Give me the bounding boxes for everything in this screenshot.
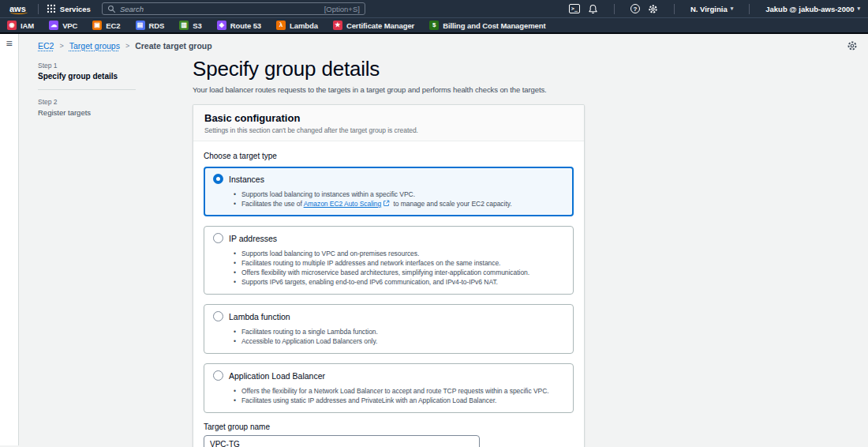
radio-lambda[interactable] xyxy=(213,311,223,321)
side-nav-rail: ≡ xyxy=(0,34,19,445)
favorite-label: VPC xyxy=(62,21,77,30)
bell-icon xyxy=(588,4,598,14)
tile-label: IP addresses xyxy=(229,234,277,243)
app-grid-icon xyxy=(47,4,56,13)
search-shortcut-hint: [Option+S] xyxy=(324,5,360,13)
cloudshell-button[interactable]: >_ xyxy=(569,4,580,14)
favorite-label: S3 xyxy=(193,21,201,30)
favorite-billing[interactable]: $ Billing and Cost Management xyxy=(429,21,545,30)
favorite-route53[interactable]: ◈ Route 53 xyxy=(217,21,261,30)
divider xyxy=(38,4,39,14)
favorite-iam[interactable]: ◉ IAM xyxy=(7,21,34,30)
ec2-icon: ▣ xyxy=(92,21,102,30)
account-label: Jakub @ jakub-aws-2000 xyxy=(765,5,854,13)
ec2-auto-scaling-link[interactable]: Amazon EC2 Auto Scaling xyxy=(304,200,382,208)
account-menu[interactable]: Jakub @ jakub-aws-2000 ▾ xyxy=(765,5,860,13)
gear-icon xyxy=(648,4,658,14)
settings-button[interactable] xyxy=(648,4,658,14)
vpc-icon: ☁ xyxy=(49,21,58,30)
page: EC2 > Target groups > Create target grou… xyxy=(19,34,868,445)
breadcrumb: EC2 > Target groups > Create target grou… xyxy=(19,34,868,54)
external-link-icon xyxy=(383,200,390,207)
iam-icon: ◉ xyxy=(7,21,17,30)
bullet-item: Facilitates routing to a single Lambda f… xyxy=(234,327,564,336)
chevron-down-icon: ▾ xyxy=(857,6,860,12)
lambda-icon: λ xyxy=(276,21,286,30)
breadcrumb-current: Create target group xyxy=(135,41,211,51)
target-group-name-label: Target group name xyxy=(204,423,574,431)
bullet-item: Offers flexibility with microservice bas… xyxy=(234,268,564,277)
content-area: ≡ EC2 > Target groups > Create target gr… xyxy=(0,34,868,445)
services-menu-button[interactable]: Services xyxy=(47,4,91,13)
bullet-item: Offers the flexibility for a Network Loa… xyxy=(234,386,564,396)
favorite-ec2[interactable]: ▣ EC2 xyxy=(92,21,120,30)
favorites-bar: ◉ IAM ☁ VPC ▣ EC2 ▤ RDS ▥ S3 ◈ Route 53 … xyxy=(0,17,868,34)
favorite-label: IAM xyxy=(21,21,34,30)
region-label: N. Virginia xyxy=(690,5,728,13)
favorite-label: Billing and Cost Management xyxy=(443,21,545,30)
search-icon xyxy=(107,5,116,13)
divider xyxy=(749,4,750,14)
help-button[interactable]: ? xyxy=(630,4,640,13)
s3-icon: ▥ xyxy=(179,21,189,30)
favorite-rds[interactable]: ▤ RDS xyxy=(136,21,165,30)
gear-icon xyxy=(847,40,858,51)
global-search[interactable]: [Option+S] xyxy=(102,2,365,15)
certificate-manager-icon: ★ xyxy=(333,21,342,30)
bullet-item: Supports load balancing to VPC and on-pr… xyxy=(234,249,564,258)
page-title: Specify group details xyxy=(193,57,585,81)
panel-header: Basic configuration Settings in this sec… xyxy=(193,105,584,141)
search-input[interactable] xyxy=(120,5,320,13)
region-selector[interactable]: N. Virginia ▾ xyxy=(690,5,733,13)
target-group-name-input[interactable] xyxy=(204,435,480,447)
services-label: Services xyxy=(60,5,91,13)
favorite-label: RDS xyxy=(149,21,165,30)
bullet-item: Facilitates using static IP addresses an… xyxy=(234,396,564,405)
billing-icon: $ xyxy=(429,21,439,30)
radio-alb[interactable] xyxy=(213,370,223,381)
chevron-down-icon: ▾ xyxy=(731,6,734,12)
tile-label: Application Load Balancer xyxy=(229,371,325,381)
bullet-item: Accessible to Application Load Balancers… xyxy=(234,336,564,346)
step2-eyebrow: Step 2 xyxy=(38,98,155,106)
menu-icon[interactable]: ≡ xyxy=(6,38,12,445)
step2-link[interactable]: Register targets xyxy=(38,108,155,117)
bullet-item: Supports IPv6 targets, enabling end-to-e… xyxy=(234,277,564,287)
wizard-steps: Step 1 Specify group details Step 2 Regi… xyxy=(38,54,155,447)
target-type-ip-addresses[interactable]: IP addresses Supports load balancing to … xyxy=(204,226,574,295)
divider xyxy=(38,89,136,90)
choose-target-type-label: Choose a target type xyxy=(204,152,574,160)
favorite-label: Route 53 xyxy=(230,21,261,30)
favorite-label: EC2 xyxy=(106,21,120,30)
step1-link[interactable]: Specify group details xyxy=(38,72,155,81)
target-type-instances[interactable]: Instances Supports load balancing to ins… xyxy=(204,167,574,216)
favorite-label: Certificate Manager xyxy=(346,21,414,30)
favorite-certificate-manager[interactable]: ★ Certificate Manager xyxy=(333,21,414,30)
favorite-lambda[interactable]: λ Lambda xyxy=(276,21,318,30)
breadcrumb-separator: > xyxy=(125,42,129,50)
favorite-s3[interactable]: ▥ S3 xyxy=(179,21,201,30)
notifications-button[interactable] xyxy=(588,4,598,14)
breadcrumb-ec2[interactable]: EC2 xyxy=(38,41,54,51)
main-column: Specify group details Your load balancer… xyxy=(193,54,585,447)
bullet-item: Facilitates the use of Amazon EC2 Auto S… xyxy=(234,199,564,208)
page-settings-button[interactable] xyxy=(847,40,858,54)
breadcrumb-target-groups[interactable]: Target groups xyxy=(69,41,120,51)
target-group-name-field: Target group name xyxy=(204,423,574,447)
divider xyxy=(674,4,675,14)
target-type-alb[interactable]: Application Load Balancer Offers the fle… xyxy=(204,363,574,413)
step1-eyebrow: Step 1 xyxy=(38,62,155,69)
favorite-vpc[interactable]: ☁ VPC xyxy=(49,21,77,30)
panel-subtitle: Settings in this section can't be change… xyxy=(204,126,573,134)
radio-instances[interactable] xyxy=(213,174,223,184)
bullet-item: Facilitates routing to multiple IP addre… xyxy=(234,258,564,268)
radio-ip-addresses[interactable] xyxy=(213,233,223,243)
bullet-item: Supports load balancing to instances wit… xyxy=(234,190,564,199)
top-navigation-bar: aws Services [Option+S] >_ ? xyxy=(0,0,868,17)
aws-logo[interactable]: aws xyxy=(8,4,30,14)
target-type-lambda[interactable]: Lambda function Facilitates routing to a… xyxy=(204,304,574,354)
divider xyxy=(614,4,615,14)
breadcrumb-separator: > xyxy=(59,42,63,50)
favorite-label: Lambda xyxy=(290,21,318,30)
basic-configuration-panel: Basic configuration Settings in this sec… xyxy=(193,104,585,447)
